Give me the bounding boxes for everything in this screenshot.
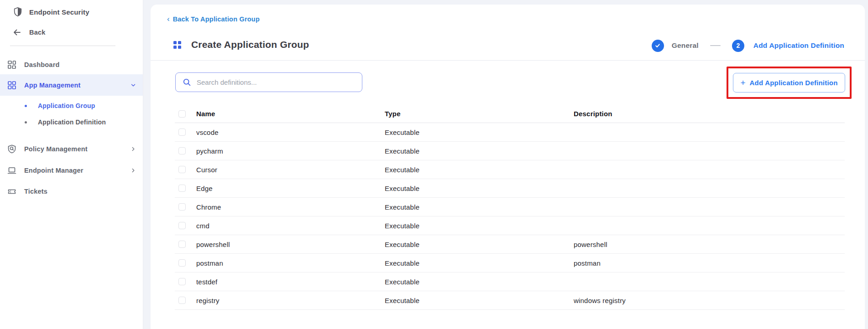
step2-indicator[interactable]: 2	[732, 40, 744, 52]
wizard-stepper: General 2 Add Application Definition	[652, 39, 844, 52]
row-checkbox[interactable]	[178, 222, 186, 229]
column-header-description: Description	[574, 110, 845, 118]
sidebar-item-endpoint-manager[interactable]: Endpoint Manager	[0, 160, 143, 181]
page-body: + Add Application Definition Name Type D…	[151, 61, 865, 329]
cell-type: Executable	[385, 297, 574, 304]
back-label: Back	[29, 29, 45, 36]
table-row: registry Executable windows registry	[175, 291, 845, 310]
cell-type: Executable	[385, 147, 574, 155]
cell-type: Executable	[385, 241, 574, 248]
cell-name: registry	[196, 297, 385, 304]
cell-name: Cursor	[196, 166, 385, 174]
row-checkbox[interactable]	[178, 129, 186, 136]
row-checkbox[interactable]	[178, 241, 186, 248]
row-checkbox[interactable]	[178, 203, 186, 211]
table-row: testdef Executable	[175, 272, 845, 291]
cell-name: Edge	[196, 185, 385, 192]
search-input[interactable]	[197, 78, 362, 86]
back-button[interactable]: Back	[0, 26, 143, 39]
chevron-down-icon	[130, 82, 136, 88]
sidebar-item-application-group[interactable]: Application Group	[0, 98, 143, 114]
cell-description: powershell	[574, 241, 845, 248]
definitions-table: Name Type Description vscode Executable …	[175, 105, 845, 310]
table-row: Chrome Executable	[175, 198, 845, 216]
cell-name: pycharm	[196, 147, 385, 155]
page-title: Create Application Group	[191, 39, 309, 50]
row-checkbox[interactable]	[178, 297, 186, 304]
breadcrumb-label: Back To Application Group	[173, 15, 260, 23]
stepper-connector	[710, 45, 721, 46]
shield-icon	[13, 7, 23, 17]
search-icon	[183, 78, 191, 87]
cell-name: testdef	[196, 278, 385, 286]
sidebar-item-label: Endpoint Manager	[24, 167, 84, 174]
row-checkbox[interactable]	[178, 185, 186, 192]
policy-shield-icon	[7, 144, 16, 154]
cell-type: Executable	[385, 185, 574, 192]
cell-name: powershell	[196, 241, 385, 248]
cell-description: windows registry	[574, 297, 845, 304]
bullet-icon	[25, 121, 27, 123]
sidebar-item-app-management[interactable]: App Management	[0, 74, 143, 96]
table-row: postman Executable postman	[175, 254, 845, 272]
table-row: powershell Executable powershell	[175, 235, 845, 254]
sidebar-item-dashboard[interactable]: Dashboard	[0, 54, 143, 75]
cell-type: Executable	[385, 222, 574, 230]
cell-name: cmd	[196, 222, 385, 230]
breadcrumb-back-link[interactable]: ‹ Back To Application Group	[167, 15, 260, 23]
column-header-type: Type	[385, 110, 574, 118]
table-header-row: Name Type Description	[175, 105, 845, 123]
row-checkbox[interactable]	[178, 259, 186, 267]
app-management-icon	[7, 81, 16, 90]
cell-name: postman	[196, 259, 385, 267]
column-header-name: Name	[196, 110, 385, 118]
cell-type: Executable	[385, 129, 574, 136]
check-icon	[654, 42, 661, 49]
page-header: ‹ Back To Application Group Create Appli…	[151, 5, 865, 61]
row-checkbox[interactable]	[178, 278, 186, 285]
sidebar-item-label: Tickets	[24, 188, 47, 195]
table-row: vscode Executable	[175, 123, 845, 142]
row-checkbox[interactable]	[178, 147, 186, 154]
cell-description: postman	[574, 259, 845, 267]
select-all-checkbox[interactable]	[178, 110, 186, 118]
ticket-icon	[7, 187, 16, 196]
brand: Endpoint Security	[0, 4, 143, 20]
sidebar: Endpoint Security Back Dashboard	[0, 0, 143, 329]
bullet-icon	[25, 105, 27, 107]
table-body: vscode Executable pycharm Executable Cur…	[175, 123, 845, 310]
cell-type: Executable	[385, 203, 574, 211]
sidebar-subitem-label: Application Definition	[38, 118, 106, 126]
grid-title-icon	[173, 41, 181, 49]
table-row: Cursor Executable	[175, 160, 845, 179]
chevron-right-icon	[130, 146, 136, 152]
plus-icon: +	[740, 78, 745, 87]
step1-complete-indicator[interactable]	[652, 40, 664, 52]
title-row: Create Application Group	[173, 39, 309, 50]
step1-label: General	[672, 41, 699, 50]
sidebar-item-tickets[interactable]: Tickets	[0, 181, 143, 202]
chevron-right-icon	[130, 167, 136, 174]
cell-name: Chrome	[196, 203, 385, 211]
cell-type: Executable	[385, 259, 574, 267]
laptop-icon	[7, 166, 16, 175]
sidebar-item-label: Dashboard	[24, 61, 60, 68]
dashboard-icon	[7, 60, 16, 69]
search-box	[175, 72, 362, 92]
table-row: pycharm Executable	[175, 142, 845, 160]
sidebar-item-label: App Management	[24, 82, 81, 89]
sidebar-divider	[10, 46, 115, 46]
sidebar-item-policy-management[interactable]: Policy Management	[0, 139, 143, 159]
brand-label: Endpoint Security	[29, 8, 89, 16]
add-button-label: Add Application Definition	[750, 79, 838, 87]
table-row: Edge Executable	[175, 179, 845, 198]
row-checkbox[interactable]	[178, 166, 186, 173]
cell-name: vscode	[196, 129, 385, 136]
add-application-definition-button[interactable]: + Add Application Definition	[733, 73, 845, 93]
table-row: cmd Executable	[175, 216, 845, 235]
sidebar-subitem-label: Application Group	[38, 102, 95, 109]
breadcrumb-chevron-icon: ‹	[167, 15, 170, 23]
sidebar-item-application-definition[interactable]: Application Definition	[0, 114, 143, 130]
sidebar-item-label: Policy Management	[24, 145, 88, 153]
cell-type: Executable	[385, 166, 574, 174]
